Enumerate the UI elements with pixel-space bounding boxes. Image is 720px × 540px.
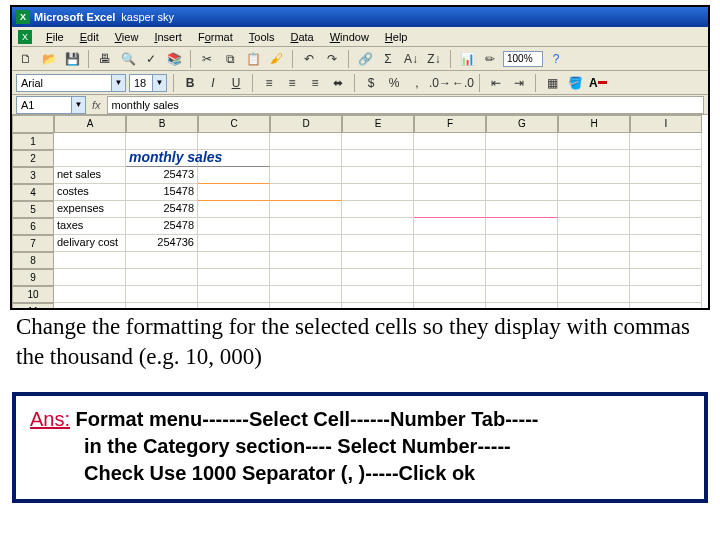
drawing-icon[interactable]: ✏	[480, 49, 500, 69]
comma-button[interactable]: ,	[407, 73, 427, 93]
borders-icon[interactable]: ▦	[542, 73, 562, 93]
title-bar: X Microsoft Excel kasper sky	[12, 7, 708, 27]
preview-icon[interactable]: 🔍	[118, 49, 138, 69]
menu-bar: X File Edit View Insert Format Tools Dat…	[12, 27, 708, 47]
col-G[interactable]: G	[486, 115, 558, 133]
cell-B2[interactable]: monthly sales	[126, 150, 198, 167]
standard-toolbar: 🗋 📂 💾 🖶 🔍 ✓ 📚 ✂ ⧉ 📋 🖌 ↶ ↷ 🔗 Σ A↓ Z↓ 📊 ✏ …	[12, 47, 708, 71]
paste-icon[interactable]: 📋	[243, 49, 263, 69]
zoom-combo[interactable]: 100%	[503, 51, 543, 67]
inc-decimal-button[interactable]: .0→	[430, 73, 450, 93]
app-name: Microsoft Excel	[34, 11, 115, 23]
formula-bar: A1▼ fx monthly sales	[12, 95, 708, 115]
menu-window[interactable]: Window	[322, 29, 377, 45]
cell-B7[interactable]: 254736	[126, 235, 198, 252]
cell-A4[interactable]: costes	[54, 184, 126, 201]
menu-data[interactable]: Data	[282, 29, 321, 45]
row-9[interactable]: 9	[12, 269, 54, 286]
excel-doc-icon[interactable]: X	[18, 30, 32, 44]
excel-window: X Microsoft Excel kasper sky X File Edit…	[10, 5, 710, 310]
cell-A5[interactable]: expenses	[54, 201, 126, 218]
cell-A6[interactable]: taxes	[54, 218, 126, 235]
inc-indent-icon[interactable]: ⇥	[509, 73, 529, 93]
cell-B3[interactable]: 25473	[126, 167, 198, 184]
menu-insert[interactable]: Insert	[146, 29, 190, 45]
cut-icon[interactable]: ✂	[197, 49, 217, 69]
row-7[interactable]: 7	[12, 235, 54, 252]
sort-desc-icon[interactable]: Z↓	[424, 49, 444, 69]
answer-label: Ans:	[30, 408, 70, 430]
format-painter-icon[interactable]: 🖌	[266, 49, 286, 69]
answer-line2: in the Category section---- Select Numbe…	[84, 435, 511, 457]
row-4[interactable]: 4	[12, 184, 54, 201]
menu-view[interactable]: View	[107, 29, 147, 45]
help-icon[interactable]: ?	[546, 49, 566, 69]
col-H[interactable]: H	[558, 115, 630, 133]
spreadsheet-grid[interactable]: A B C D E F G H I 1 2 monthly sales 3 ne…	[12, 115, 708, 310]
document-name: kasper sky	[121, 11, 174, 23]
row-10[interactable]: 10	[12, 286, 54, 303]
bold-button[interactable]: B	[180, 73, 200, 93]
size-combo[interactable]: 18▼	[129, 74, 167, 92]
row-2[interactable]: 2	[12, 150, 54, 167]
formula-input[interactable]: monthly sales	[107, 96, 704, 114]
chart-icon[interactable]: 📊	[457, 49, 477, 69]
col-E[interactable]: E	[342, 115, 414, 133]
menu-tools[interactable]: Tools	[241, 29, 283, 45]
cell-B4[interactable]: 15478	[126, 184, 198, 201]
undo-icon[interactable]: ↶	[299, 49, 319, 69]
cell-A2[interactable]	[54, 150, 126, 167]
print-icon[interactable]: 🖶	[95, 49, 115, 69]
font-combo[interactable]: Arial▼	[16, 74, 126, 92]
col-B[interactable]: B	[126, 115, 198, 133]
row-1[interactable]: 1	[12, 133, 54, 150]
name-box[interactable]: A1▼	[16, 96, 86, 114]
align-right-icon[interactable]: ≡	[305, 73, 325, 93]
row-8[interactable]: 8	[12, 252, 54, 269]
cell-B6[interactable]: 25478	[126, 218, 198, 235]
sort-asc-icon[interactable]: A↓	[401, 49, 421, 69]
underline-button[interactable]: U	[226, 73, 246, 93]
fill-color-icon[interactable]: 🪣	[565, 73, 585, 93]
col-C[interactable]: C	[198, 115, 270, 133]
cell-B5[interactable]: 25478	[126, 201, 198, 218]
fx-icon[interactable]: fx	[92, 99, 101, 111]
align-left-icon[interactable]: ≡	[259, 73, 279, 93]
spell-icon[interactable]: ✓	[141, 49, 161, 69]
font-color-icon[interactable]: A	[588, 73, 608, 93]
question-text: Change the formatting for the selected c…	[16, 312, 706, 372]
hyperlink-icon[interactable]: 🔗	[355, 49, 375, 69]
currency-button[interactable]: $	[361, 73, 381, 93]
open-icon[interactable]: 📂	[39, 49, 59, 69]
new-icon[interactable]: 🗋	[16, 49, 36, 69]
col-I[interactable]: I	[630, 115, 702, 133]
row-5[interactable]: 5	[12, 201, 54, 218]
italic-button[interactable]: I	[203, 73, 223, 93]
row-3[interactable]: 3	[12, 167, 54, 184]
answer-box: Ans: Format menu-------Select Cell------…	[12, 392, 708, 503]
align-center-icon[interactable]: ≡	[282, 73, 302, 93]
copy-icon[interactable]: ⧉	[220, 49, 240, 69]
col-D[interactable]: D	[270, 115, 342, 133]
merge-icon[interactable]: ⬌	[328, 73, 348, 93]
autosum-icon[interactable]: Σ	[378, 49, 398, 69]
dec-indent-icon[interactable]: ⇤	[486, 73, 506, 93]
cell-A1[interactable]	[54, 133, 126, 150]
row-11[interactable]: 11	[12, 303, 54, 310]
col-A[interactable]: A	[54, 115, 126, 133]
select-all-corner[interactable]	[12, 115, 54, 133]
cell-A7[interactable]: delivary cost	[54, 235, 126, 252]
answer-line3: Check Use 1000 Separator (, )-----Click …	[84, 462, 475, 484]
menu-edit[interactable]: Edit	[72, 29, 107, 45]
menu-help[interactable]: Help	[377, 29, 416, 45]
menu-file[interactable]: File	[38, 29, 72, 45]
dec-decimal-button[interactable]: ←.0	[453, 73, 473, 93]
percent-button[interactable]: %	[384, 73, 404, 93]
save-icon[interactable]: 💾	[62, 49, 82, 69]
col-F[interactable]: F	[414, 115, 486, 133]
cell-A3[interactable]: net sales	[54, 167, 126, 184]
redo-icon[interactable]: ↷	[322, 49, 342, 69]
menu-format[interactable]: Format	[190, 29, 241, 45]
row-6[interactable]: 6	[12, 218, 54, 235]
research-icon[interactable]: 📚	[164, 49, 184, 69]
